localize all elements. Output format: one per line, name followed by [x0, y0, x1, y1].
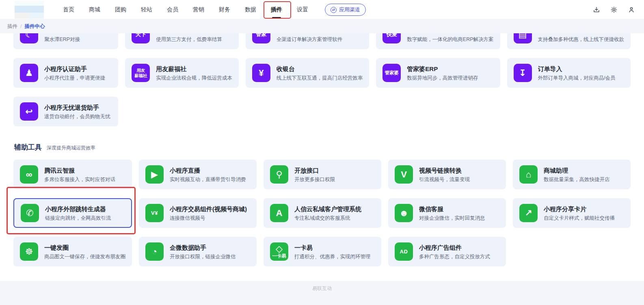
- aperture-icon: ☸: [20, 242, 38, 261]
- card-icon: ◇一卡易: [270, 242, 288, 261]
- plugin-card[interactable]: ☸一键发圈商品图文一键保存，便捷发布朋友圈: [13, 237, 132, 266]
- plugin-subtitle: 开放更多接口权限: [294, 176, 335, 183]
- plugin-card-body: 微信客服对接企业微信，实时回复消息: [419, 205, 485, 221]
- plugin-title: [44, 33, 80, 34]
- plugin-title: 小程序交易组件(视频号商城): [170, 205, 247, 213]
- plugin-card[interactable]: ◔企微数据助手开放接口权限，链接企业微信: [139, 237, 257, 266]
- section-title: 辅助工具: [14, 143, 42, 152]
- navbar-actions: [593, 0, 635, 19]
- breadcrumb-root[interactable]: 插件: [7, 23, 17, 30]
- plugin-card-body: 小程序分享卡片自定义卡片样式，赋能社交传播: [544, 205, 615, 221]
- transfer-icon: ⇄: [331, 7, 337, 13]
- plugin-title: [407, 33, 493, 34]
- plugin-grid: ☾聚水潭ERP对接天下使用第三方支付，低费率结算管家全渠道订单解决方案管理软件快…: [13, 33, 631, 126]
- nav-tab-4[interactable]: 轻站: [141, 6, 152, 13]
- page-footer: 易联互动: [0, 281, 644, 305]
- plugin-title: 小程序广告组件: [419, 244, 490, 251]
- plugin-card[interactable]: ⌂商城助理数据批量采集，高效快捷开店: [513, 160, 631, 189]
- plugin-title: 开放接口: [294, 167, 335, 174]
- plugin-subtitle: 实时视频互动，直播带货引导消费: [170, 176, 246, 183]
- main-nav: 首页商城团购轻站会员营销财务数据插件设置: [63, 0, 323, 19]
- nav-tab-9[interactable]: 插件: [271, 6, 282, 13]
- plugin-title: 企微数据助手: [170, 244, 236, 251]
- plugin-card[interactable]: 天下使用第三方支付，低费率结算: [125, 33, 239, 49]
- plugin-card-body: 小程序广告组件多种广告形态，自定义投放方式: [419, 244, 490, 260]
- plug-icon: ⚲: [270, 165, 288, 184]
- stamp-person-icon: ♟: [20, 64, 38, 82]
- gear-icon[interactable]: [610, 6, 618, 13]
- plugin-subtitle: 对接企业微信，实时回复消息: [419, 215, 485, 221]
- plugin-card[interactable]: ▤支持叠加多种优惠，线上线下便捷收款: [507, 33, 631, 49]
- plugin-grid: ∞腾讯云智服多席位客服接入，实时应答对话▶小程序直播实时视频互动，直播带货引导消…: [13, 160, 631, 266]
- plugin-card-body: 用友薪福社实现企业法税合规，降低运营成本: [156, 65, 232, 81]
- plugin-card-body: 小程序交易组件(视频号商城)连接微信视频号: [170, 205, 247, 221]
- app-channel-button[interactable]: ⇄ 应用渠道: [325, 4, 366, 16]
- plugin-subtitle: 自定义卡片样式，赋能社交传播: [544, 215, 615, 221]
- plugin-card[interactable]: ♟小程序认证助手小程序代注册，申请更便捷: [13, 58, 118, 88]
- plugin-card[interactable]: ↩小程序无忧退货助手退货自动赔付，会员购物无忧: [13, 97, 118, 126]
- nav-tab-2[interactable]: 商城: [89, 6, 100, 13]
- nav-tab-1[interactable]: 首页: [63, 6, 74, 13]
- plugin-card[interactable]: ◇一卡易一卡易打通积分、优惠券，实现闭环管理: [264, 237, 381, 266]
- plugin-title: 管家婆ERP: [407, 65, 478, 73]
- plugin-card[interactable]: ⚲开放接口开放更多接口权限: [264, 160, 381, 189]
- plugin-card[interactable]: ↧订单导入外部订单导入商城，对应商品/会员: [507, 58, 631, 88]
- plugin-card-body: 全渠道订单解决方案管理软件: [277, 33, 343, 43]
- plugin-card[interactable]: ☾聚水潭ERP对接: [13, 33, 118, 49]
- nav-tab-5[interactable]: 会员: [167, 6, 178, 13]
- plugin-title: 小程序分享卡片: [544, 205, 615, 213]
- plugin-subtitle: 引流视频号，流量变现: [419, 176, 470, 183]
- plugin-subtitle: 开放接口权限，链接企业微信: [170, 253, 236, 260]
- plugin-subtitle: 打通积分、优惠券，实现闭环管理: [294, 253, 371, 260]
- nav-tab-10[interactable]: 设置: [297, 6, 308, 13]
- text-icon: 天下: [132, 33, 150, 43]
- plugin-card-body: 人信云私域客户管理系统专注私域成交的客服系统: [294, 205, 361, 221]
- plugin-title: 小程序无忧退货助手: [44, 104, 110, 111]
- person-icon[interactable]: [628, 6, 635, 13]
- breadcrumb: 插件 / 插件中心: [0, 19, 644, 33]
- plugin-card-body: 数字赋能，一体化的电商ERP解决方案: [407, 33, 493, 43]
- plugin-card[interactable]: ¥收银台线上线下互联互通，提高门店经营效率: [246, 58, 370, 88]
- live-tv-icon: ▶: [145, 165, 164, 184]
- plugin-card[interactable]: ↗小程序分享卡片自定义卡片样式，赋能社交传播: [513, 198, 631, 228]
- plugin-card-body: 小程序无忧退货助手退货自动赔付，会员购物无忧: [44, 104, 110, 120]
- plugin-card[interactable]: A人信云私域客户管理系统专注私域成交的客服系统: [264, 198, 381, 228]
- store-code-icon: ⌂: [519, 165, 538, 184]
- plugin-card[interactable]: ▶小程序直播实时视频互动，直播带货引导消费: [139, 160, 257, 189]
- plugin-card[interactable]: ∞腾讯云智服多席位客服接入，实时应答对话: [13, 160, 132, 189]
- plugin-subtitle: 退货自动赔付，会员购物无忧: [44, 113, 110, 120]
- text-icon: 管家婆: [383, 64, 401, 82]
- plugin-title: 微信客服: [419, 205, 485, 213]
- plugin-card[interactable]: V¥小程序交易组件(视频号商城)连接微信视频号: [139, 198, 257, 228]
- nav-tab-6[interactable]: 营销: [193, 6, 204, 13]
- plugin-title: 腾讯云智服: [44, 167, 115, 174]
- plugin-card[interactable]: 快麦数字赋能，一体化的电商ERP解决方案: [376, 33, 500, 49]
- nav-tab-7[interactable]: 财务: [219, 6, 230, 13]
- plugin-card-body: 腾讯云智服多席位客服接入，实时应答对话: [44, 167, 115, 183]
- nav-tab-3[interactable]: 团购: [115, 6, 126, 13]
- plugin-card[interactable]: 管家全渠道订单解决方案管理软件: [246, 33, 370, 49]
- plugin-title: 订单导入: [538, 65, 616, 73]
- plugin-title: [156, 33, 222, 34]
- text-icon: 快麦: [383, 33, 401, 43]
- plugin-subtitle: 多种广告形态，自定义投放方式: [419, 253, 490, 260]
- text-icon: 用友薪福社: [132, 64, 150, 82]
- nav-tab-8[interactable]: 数据: [245, 6, 256, 13]
- breadcrumb-current: 插件中心: [24, 23, 45, 30]
- document-download-icon: ↧: [514, 64, 532, 82]
- plugin-title: 一键发圈: [44, 244, 125, 251]
- plugin-card[interactable]: AD小程序广告组件多种广告形态，自定义投放方式: [388, 237, 506, 266]
- plugin-title: 用友薪福社: [156, 65, 232, 73]
- plugin-card[interactable]: V视频号链接转换引流视频号，流量变现: [388, 160, 506, 189]
- plugin-subtitle: 数据异地同步，高效管理进销存: [407, 75, 478, 81]
- plugin-subtitle: 实现企业法税合规，降低运营成本: [156, 75, 232, 81]
- plugin-card[interactable]: ☻微信客服对接企业微信，实时回复消息: [388, 198, 506, 228]
- download-icon[interactable]: [593, 6, 600, 13]
- plugin-card-body: 一键发圈商品图文一键保存，便捷发布朋友圈: [44, 244, 125, 260]
- plugin-subtitle: 数据批量采集，高效快捷开店: [544, 176, 610, 183]
- plugin-title: 小程序直播: [170, 167, 246, 174]
- plugin-card[interactable]: 管家婆管家婆ERP数据异地同步，高效管理进销存: [376, 58, 500, 88]
- infinity-link-icon: ∞: [20, 165, 38, 184]
- plugin-card[interactable]: 用友薪福社用友薪福社实现企业法税合规，降低运营成本: [125, 58, 239, 88]
- plugin-card-selected[interactable]: ✆小程序外部跳转生成器链接定向跳转，全网高效引流: [13, 198, 132, 228]
